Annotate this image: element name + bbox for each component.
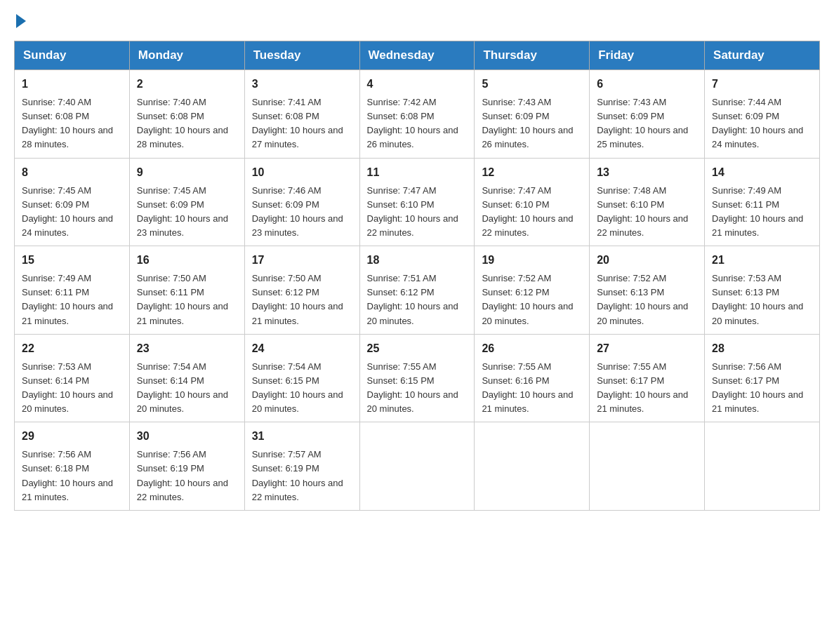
day-info: Sunrise: 7:56 AMSunset: 6:19 PMDaylight:… xyxy=(137,449,228,502)
calendar-week-row: 8Sunrise: 7:45 AMSunset: 6:09 PMDaylight… xyxy=(15,158,820,246)
day-info: Sunrise: 7:50 AMSunset: 6:11 PMDaylight:… xyxy=(137,273,228,326)
day-info: Sunrise: 7:55 AMSunset: 6:15 PMDaylight:… xyxy=(367,361,458,414)
day-info: Sunrise: 7:56 AMSunset: 6:17 PMDaylight:… xyxy=(712,361,803,414)
day-number: 2 xyxy=(137,76,237,93)
day-info: Sunrise: 7:49 AMSunset: 6:11 PMDaylight:… xyxy=(712,185,803,238)
page-header xyxy=(14,14,820,27)
day-number: 31 xyxy=(252,428,352,445)
day-number: 12 xyxy=(482,164,582,181)
day-info: Sunrise: 7:54 AMSunset: 6:14 PMDaylight:… xyxy=(137,361,228,414)
day-info: Sunrise: 7:40 AMSunset: 6:08 PMDaylight:… xyxy=(137,97,228,149)
calendar-week-row: 15Sunrise: 7:49 AMSunset: 6:11 PMDayligh… xyxy=(15,246,820,335)
logo-triangle-icon xyxy=(16,14,26,28)
calendar-cell xyxy=(359,422,475,511)
day-number: 14 xyxy=(712,164,812,181)
day-info: Sunrise: 7:43 AMSunset: 6:09 PMDaylight:… xyxy=(597,97,688,149)
calendar-cell: 25Sunrise: 7:55 AMSunset: 6:15 PMDayligh… xyxy=(359,334,475,422)
day-header-wednesday: Wednesday xyxy=(359,41,475,70)
day-info: Sunrise: 7:46 AMSunset: 6:09 PMDaylight:… xyxy=(252,185,343,238)
day-number: 19 xyxy=(482,252,582,269)
day-header-thursday: Thursday xyxy=(475,41,590,70)
day-info: Sunrise: 7:42 AMSunset: 6:08 PMDaylight:… xyxy=(367,97,458,149)
day-number: 5 xyxy=(482,76,582,93)
day-number: 15 xyxy=(22,252,122,269)
day-number: 25 xyxy=(367,340,468,357)
day-number: 13 xyxy=(597,164,697,181)
calendar-cell: 15Sunrise: 7:49 AMSunset: 6:11 PMDayligh… xyxy=(15,246,130,335)
calendar-cell: 28Sunrise: 7:56 AMSunset: 6:17 PMDayligh… xyxy=(705,334,820,422)
calendar-cell: 17Sunrise: 7:50 AMSunset: 6:12 PMDayligh… xyxy=(244,246,359,335)
day-info: Sunrise: 7:54 AMSunset: 6:15 PMDaylight:… xyxy=(252,361,343,414)
calendar-cell: 12Sunrise: 7:47 AMSunset: 6:10 PMDayligh… xyxy=(475,158,590,246)
day-info: Sunrise: 7:41 AMSunset: 6:08 PMDaylight:… xyxy=(252,97,343,149)
day-number: 23 xyxy=(137,340,237,357)
day-number: 22 xyxy=(22,340,122,357)
day-number: 27 xyxy=(597,340,697,357)
day-number: 17 xyxy=(252,252,352,269)
day-number: 3 xyxy=(252,76,352,93)
day-info: Sunrise: 7:40 AMSunset: 6:08 PMDaylight:… xyxy=(22,97,113,149)
calendar-cell: 2Sunrise: 7:40 AMSunset: 6:08 PMDaylight… xyxy=(129,70,244,159)
day-number: 18 xyxy=(367,252,468,269)
calendar-cell: 18Sunrise: 7:51 AMSunset: 6:12 PMDayligh… xyxy=(359,246,475,335)
day-info: Sunrise: 7:50 AMSunset: 6:12 PMDaylight:… xyxy=(252,273,343,326)
day-info: Sunrise: 7:53 AMSunset: 6:13 PMDaylight:… xyxy=(712,273,803,326)
calendar-week-row: 1Sunrise: 7:40 AMSunset: 6:08 PMDaylight… xyxy=(15,70,820,159)
day-info: Sunrise: 7:56 AMSunset: 6:18 PMDaylight:… xyxy=(22,449,113,502)
day-info: Sunrise: 7:55 AMSunset: 6:17 PMDaylight:… xyxy=(597,361,688,414)
day-header-monday: Monday xyxy=(129,41,244,70)
calendar-cell: 13Sunrise: 7:48 AMSunset: 6:10 PMDayligh… xyxy=(590,158,705,246)
day-header-sunday: Sunday xyxy=(15,41,130,70)
day-number: 28 xyxy=(712,340,812,357)
day-header-saturday: Saturday xyxy=(705,41,820,70)
logo xyxy=(14,14,26,27)
day-number: 11 xyxy=(367,164,468,181)
day-number: 9 xyxy=(137,164,237,181)
day-number: 20 xyxy=(597,252,697,269)
calendar-cell: 21Sunrise: 7:53 AMSunset: 6:13 PMDayligh… xyxy=(705,246,820,335)
calendar-cell: 6Sunrise: 7:43 AMSunset: 6:09 PMDaylight… xyxy=(590,70,705,159)
day-number: 21 xyxy=(712,252,812,269)
day-number: 29 xyxy=(22,428,122,445)
calendar-cell xyxy=(475,422,590,511)
calendar-cell: 23Sunrise: 7:54 AMSunset: 6:14 PMDayligh… xyxy=(129,334,244,422)
calendar-cell xyxy=(590,422,705,511)
day-number: 4 xyxy=(367,76,468,93)
day-info: Sunrise: 7:44 AMSunset: 6:09 PMDaylight:… xyxy=(712,97,803,149)
calendar-cell: 11Sunrise: 7:47 AMSunset: 6:10 PMDayligh… xyxy=(359,158,475,246)
calendar-cell: 9Sunrise: 7:45 AMSunset: 6:09 PMDaylight… xyxy=(129,158,244,246)
day-info: Sunrise: 7:52 AMSunset: 6:13 PMDaylight:… xyxy=(597,273,688,326)
calendar-cell: 26Sunrise: 7:55 AMSunset: 6:16 PMDayligh… xyxy=(475,334,590,422)
day-number: 6 xyxy=(597,76,697,93)
calendar-cell: 22Sunrise: 7:53 AMSunset: 6:14 PMDayligh… xyxy=(15,334,130,422)
day-number: 10 xyxy=(252,164,352,181)
calendar-cell: 27Sunrise: 7:55 AMSunset: 6:17 PMDayligh… xyxy=(590,334,705,422)
day-info: Sunrise: 7:53 AMSunset: 6:14 PMDaylight:… xyxy=(22,361,113,414)
calendar-cell: 3Sunrise: 7:41 AMSunset: 6:08 PMDaylight… xyxy=(244,70,359,159)
day-number: 26 xyxy=(482,340,582,357)
day-info: Sunrise: 7:48 AMSunset: 6:10 PMDaylight:… xyxy=(597,185,688,238)
calendar-week-row: 29Sunrise: 7:56 AMSunset: 6:18 PMDayligh… xyxy=(15,422,820,511)
calendar-cell: 4Sunrise: 7:42 AMSunset: 6:08 PMDaylight… xyxy=(359,70,475,159)
day-info: Sunrise: 7:47 AMSunset: 6:10 PMDaylight:… xyxy=(367,185,458,238)
calendar-cell: 1Sunrise: 7:40 AMSunset: 6:08 PMDaylight… xyxy=(15,70,130,159)
calendar-cell: 5Sunrise: 7:43 AMSunset: 6:09 PMDaylight… xyxy=(475,70,590,159)
day-number: 16 xyxy=(137,252,237,269)
calendar-cell: 31Sunrise: 7:57 AMSunset: 6:19 PMDayligh… xyxy=(244,422,359,511)
day-info: Sunrise: 7:55 AMSunset: 6:16 PMDaylight:… xyxy=(482,361,573,414)
day-number: 1 xyxy=(22,76,122,93)
calendar-cell xyxy=(705,422,820,511)
calendar-cell: 16Sunrise: 7:50 AMSunset: 6:11 PMDayligh… xyxy=(129,246,244,335)
calendar-cell: 14Sunrise: 7:49 AMSunset: 6:11 PMDayligh… xyxy=(705,158,820,246)
day-number: 24 xyxy=(252,340,352,357)
day-info: Sunrise: 7:57 AMSunset: 6:19 PMDaylight:… xyxy=(252,449,343,502)
day-number: 7 xyxy=(712,76,812,93)
day-number: 30 xyxy=(137,428,237,445)
calendar-cell: 8Sunrise: 7:45 AMSunset: 6:09 PMDaylight… xyxy=(15,158,130,246)
day-info: Sunrise: 7:43 AMSunset: 6:09 PMDaylight:… xyxy=(482,97,573,149)
calendar-cell: 24Sunrise: 7:54 AMSunset: 6:15 PMDayligh… xyxy=(244,334,359,422)
day-info: Sunrise: 7:45 AMSunset: 6:09 PMDaylight:… xyxy=(137,185,228,238)
day-info: Sunrise: 7:45 AMSunset: 6:09 PMDaylight:… xyxy=(22,185,113,238)
day-info: Sunrise: 7:52 AMSunset: 6:12 PMDaylight:… xyxy=(482,273,573,326)
calendar-cell: 20Sunrise: 7:52 AMSunset: 6:13 PMDayligh… xyxy=(590,246,705,335)
